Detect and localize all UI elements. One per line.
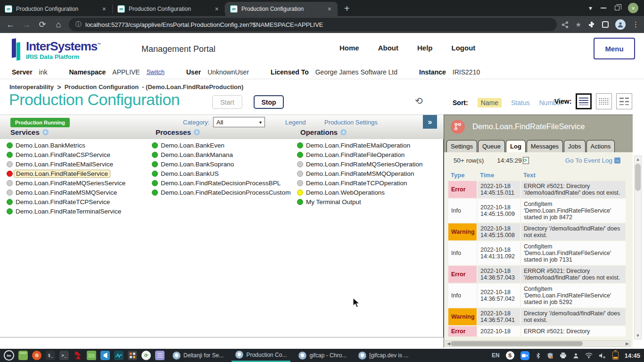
grid-view-icon[interactable]: [596, 93, 612, 109]
process-item[interactable]: Demo.Loan.FindRateDecisionProcessCustom: [152, 188, 290, 197]
col-header-text[interactable]: Text: [521, 170, 626, 180]
tab-settings[interactable]: Settings: [446, 140, 477, 152]
operation-item[interactable]: Demo.Loan.FindRateEMailOperation: [297, 140, 423, 150]
taskbar-window-production-active[interactable]: Production Co...: [231, 349, 290, 362]
add-service-icon[interactable]: +: [42, 129, 49, 135]
service-item[interactable]: Demo.Loan.FindRateTerminalService: [7, 206, 125, 216]
home-icon[interactable]: ⌂: [53, 20, 64, 30]
browser-tab-2[interactable]: IR Production Configuration ×: [113, 2, 225, 16]
wifi-icon[interactable]: [585, 353, 593, 358]
process-item[interactable]: Demo.Loan.BankEven: [152, 140, 290, 150]
app-orange-icon[interactable]: [32, 351, 41, 360]
notes-icon[interactable]: [155, 351, 165, 360]
add-process-icon[interactable]: +: [194, 129, 200, 135]
service-item[interactable]: Demo.Loan.FindRateCSPService: [7, 150, 125, 159]
panel-horizontal-scrollbar[interactable]: ◀ ▶: [446, 340, 630, 347]
new-tab-button[interactable]: +: [341, 3, 353, 14]
extensions-puzzle-icon[interactable]: [588, 21, 595, 28]
switch-namespace-link[interactable]: Switch: [147, 68, 165, 75]
back-icon[interactable]: ←: [5, 20, 16, 30]
panel-vertical-scrollbar[interactable]: ▲ ▼: [634, 156, 642, 339]
user-tray-icon[interactable]: [573, 353, 579, 359]
timeshift-icon[interactable]: ⟳: [141, 351, 151, 360]
scroll-right-icon[interactable]: ▶: [626, 341, 629, 346]
service-item-selected[interactable]: Demo.Loan.FindRateFileService: [7, 169, 125, 178]
go-to-event-log-link[interactable]: Go To Event Log →: [565, 157, 620, 164]
taskbar-clock[interactable]: 14:45: [625, 352, 640, 359]
expand-panel-button[interactable]: »: [423, 115, 437, 129]
browser-tab-1[interactable]: IR Production Configuration ×: [0, 2, 112, 16]
operation-item[interactable]: Demo.Loan.WebOperations: [297, 188, 423, 197]
tab-messages[interactable]: Messages: [527, 140, 563, 152]
folder-icon[interactable]: [87, 351, 96, 360]
terminal-2-icon[interactable]: >_: [59, 351, 69, 360]
service-item[interactable]: Demo.Loan.FindRateEMailService: [7, 159, 125, 169]
tab-jobs[interactable]: Jobs: [564, 140, 585, 152]
tab-close-icon[interactable]: ×: [326, 5, 333, 13]
zoom-tray-icon[interactable]: [520, 351, 529, 360]
process-item[interactable]: Demo.Loan.BankSoprano: [152, 159, 290, 169]
col-header-type[interactable]: Type: [448, 170, 477, 180]
system-monitor-icon[interactable]: [114, 351, 124, 360]
file-manager-icon[interactable]: [18, 351, 28, 360]
operation-item[interactable]: My Terminal Output: [297, 197, 423, 206]
process-item[interactable]: Demo.Loan.BankUS: [152, 169, 290, 178]
volume-muted-icon[interactable]: [599, 353, 606, 359]
service-item[interactable]: Demo.Loan.FindRateMSMQService: [7, 188, 125, 197]
operation-item[interactable]: Demo.Loan.FindRateFileOperation: [297, 150, 423, 159]
tab-close-icon[interactable]: ×: [214, 5, 220, 13]
scroll-up-icon[interactable]: ▲: [635, 156, 641, 163]
site-info-icon[interactable]: ⓘ: [75, 20, 82, 29]
sort-option-name[interactable]: Name: [478, 98, 502, 107]
tab-close-icon[interactable]: ×: [101, 5, 107, 13]
url-bar[interactable]: ⓘ localhost:52773/csp/applive/EnsPortal.…: [69, 18, 557, 31]
service-item[interactable]: Demo.Loan.FindRateTCPService: [7, 197, 125, 206]
production-settings-link[interactable]: Production Settings: [324, 119, 378, 126]
share-icon[interactable]: [561, 21, 569, 28]
profile-avatar[interactable]: [615, 19, 626, 30]
nav-logout-link[interactable]: Logout: [452, 44, 476, 52]
keyboard-layout-indicator[interactable]: EN: [492, 352, 500, 359]
taskbar-window-gifcap[interactable]: gifcap - Chro...: [295, 349, 350, 362]
category-select[interactable]: All ▾: [213, 117, 265, 127]
process-item[interactable]: Demo.Loan.FindRateDecisionProcessBPL: [152, 178, 290, 188]
process-item[interactable]: Demo.Loan.BankManana: [152, 150, 290, 159]
terminal-icon[interactable]: $_: [46, 351, 55, 360]
tab-log[interactable]: Log: [506, 140, 526, 152]
tab-search-icon[interactable]: [602, 21, 609, 28]
add-operation-icon[interactable]: +: [340, 129, 347, 135]
scroll-left-icon[interactable]: ◀: [447, 341, 450, 346]
tab-actions[interactable]: Actions: [586, 140, 615, 152]
mint-menu-icon[interactable]: lm: [4, 350, 14, 361]
service-item[interactable]: Demo.Loan.BankMetrics: [7, 140, 125, 150]
col-header-time[interactable]: Time: [478, 170, 520, 180]
start-button[interactable]: Start: [212, 95, 242, 109]
breadcrumb-root-link[interactable]: Interoperability: [9, 83, 54, 90]
browser-tab-3-active[interactable]: IR Production Configuration ×: [225, 2, 338, 16]
taskbar-window-gifcap-dev[interactable]: [gifcap.dev is ...: [355, 349, 412, 362]
legend-link[interactable]: Legend: [285, 119, 305, 126]
auto-refresh-icon[interactable]: ⟳: [523, 157, 529, 164]
scrollbar-thumb[interactable]: [635, 164, 641, 191]
window-close-button[interactable]: ×: [628, 3, 638, 13]
service-item[interactable]: Demo.Loan.FindRateMQSeriesService: [7, 178, 125, 188]
reload-icon[interactable]: ⟳: [37, 19, 48, 30]
nav-home-link[interactable]: Home: [339, 44, 359, 52]
scroll-down-icon[interactable]: ▼: [635, 332, 641, 339]
chevron-down-icon[interactable]: ▾: [589, 4, 592, 12]
scrollbar-thumb[interactable]: [451, 341, 583, 346]
list-view-icon[interactable]: [576, 93, 592, 109]
stop-button[interactable]: Stop: [254, 95, 284, 109]
printer-icon[interactable]: [560, 353, 567, 359]
app-red-icon[interactable]: [73, 351, 83, 360]
browser-menu-icon[interactable]: ⋮: [632, 20, 639, 29]
split-view-icon[interactable]: [616, 93, 632, 109]
taskbar-window-deltanji[interactable]: Deltanji for Se...: [169, 349, 227, 362]
minimize-button[interactable]: [601, 8, 606, 8]
skype-tray-icon[interactable]: S: [506, 351, 514, 360]
bookmark-star-icon[interactable]: ★: [575, 21, 581, 28]
nav-about-link[interactable]: About: [378, 44, 398, 52]
battery-icon[interactable]: [612, 352, 619, 360]
operation-item[interactable]: Demo.Loan.FindRateMSMQOperation: [297, 169, 423, 178]
nav-help-link[interactable]: Help: [417, 44, 433, 52]
